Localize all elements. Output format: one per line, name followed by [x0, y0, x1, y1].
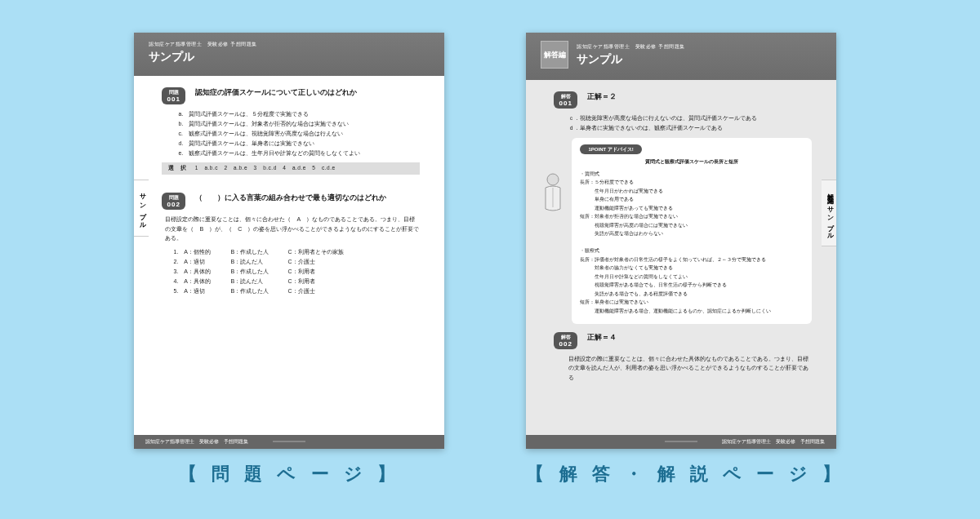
option-row: 4. A：具体的B：読んだ人C：利用者	[173, 277, 420, 286]
svg-point-0	[547, 174, 559, 185]
question-page: 認知症ケア指導管理士 受験必修 予想問題集 サンプル サンプル 問題 001 認…	[134, 33, 444, 449]
choice-bar: 選 択 1 a.b.c 2 a.b.e 3 b.c.d 4 a.d.e 5 c.…	[162, 162, 420, 175]
header-subtitle: 認知症ケア指導管理士 受験必修 予想問題集	[149, 41, 430, 48]
correct-answer: 正解＝２	[587, 91, 617, 102]
side-tab: 解答編／サンプル	[822, 180, 836, 246]
answer-badge: 解答 002	[554, 332, 577, 349]
header-title: サンプル	[149, 50, 430, 64]
option-row: 2. A：適切B：読んだ人C：介護士	[173, 257, 420, 267]
caption-right: 【 解 答 ・ 解 説 ペ ー ジ 】	[526, 462, 845, 486]
side-tab: サンプル	[134, 180, 149, 237]
question-title: （ ）に入る言葉の組み合わせで最も適切なのはどれか	[195, 193, 386, 203]
page-header: 解答編 認知症ケア指導管理士 受験必修 予想問題集 サンプル	[526, 33, 836, 80]
question-badge: 問題 002	[162, 193, 185, 210]
question-badge: 問題 001	[162, 87, 185, 104]
point-advice-header: 1POINT アドバイス!	[580, 144, 641, 154]
question-description: 目標設定の際に重要なことは、個々に合わせた（ A ）なものであることである。つま…	[165, 215, 420, 242]
explanation: ｃ．視聴覚障害が高度な場合に行えないのは、質問式評価スケールである ｄ．単身者に…	[568, 113, 812, 133]
question-options: a. 質問式評価スケールは、５分程度で実施できる b. 質問式評価スケールは、対…	[178, 109, 420, 157]
advisor-figure-icon	[541, 171, 565, 212]
question-title: 認知症の評価スケールについて正しいのはどれか	[195, 87, 357, 98]
correct-answer: 正解＝４	[587, 332, 617, 343]
header-box: 解答編	[541, 41, 568, 69]
explanation: 目標設定の際に重要なことは、個々に合わせた具体的なものであることである。つまり、…	[568, 354, 812, 384]
caption-left: 【 問 題 ペ ー ジ 】	[134, 462, 444, 486]
binder-icon	[665, 441, 697, 442]
answer-badge: 解答 001	[554, 91, 577, 109]
option-row: 1. A：個性的B：作成した人C：利用者とその家族	[173, 247, 420, 257]
header-title: サンプル	[577, 52, 684, 67]
answer-page: 解答編 認知症ケア指導管理士 受験必修 予想問題集 サンプル 解答編／サンプル …	[526, 33, 836, 449]
option-row: 3. A：具体的B：作成した人C：利用者	[173, 267, 420, 277]
point-advice-box: 1POINT アドバイス! 質問式と観察式評価スケールの長所と短所 ・質問式長所…	[572, 138, 812, 324]
option-row: 5. A：適切B：作成した人C：介護士	[173, 286, 420, 296]
header-subtitle: 認知症ケア指導管理士 受験必修 予想問題集	[577, 43, 684, 51]
options-table: 1. A：個性的B：作成した人C：利用者とその家族2. A：適切B：読んだ人C：…	[173, 247, 420, 295]
binder-icon	[273, 441, 305, 442]
page-header: 認知症ケア指導管理士 受験必修 予想問題集 サンプル	[134, 33, 444, 76]
